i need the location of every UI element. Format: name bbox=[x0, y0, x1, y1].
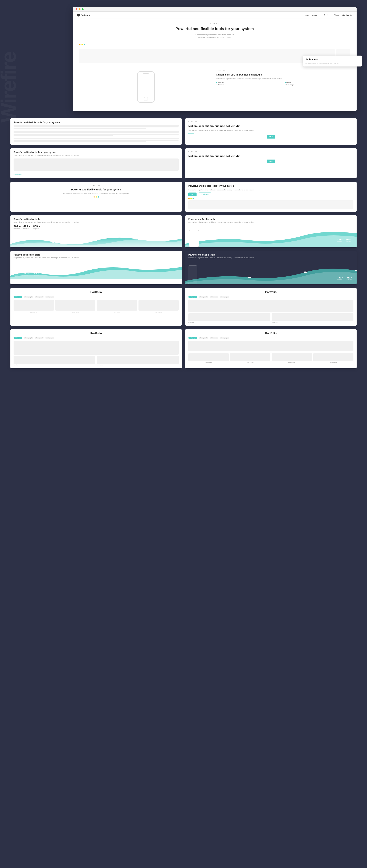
ptab-r2[interactable]: Category 2 bbox=[199, 296, 208, 298]
nav-links[interactable]: Home About Us Services Work Contact Us bbox=[304, 14, 352, 16]
ptab-4[interactable]: Category 4 bbox=[45, 296, 54, 298]
ps-item-3: Item Name bbox=[272, 353, 312, 363]
portfolio-item-1: Item Name bbox=[13, 300, 54, 313]
hero-tagline: TAGLINE bbox=[79, 23, 350, 25]
portfolio-title: Portfolio bbox=[13, 290, 179, 294]
ptab-a2[interactable]: Category 2 bbox=[24, 337, 33, 339]
hero-subtitle: Suspendisse in justo mauris. Morbi vitae… bbox=[190, 33, 239, 39]
card-stats-dark: Powerful and flexible tools Suspendisse … bbox=[185, 251, 357, 284]
portfolio-alt-img-1 bbox=[13, 356, 95, 364]
nullam-subtitle: Suspendisse in justo mauris. Morbi vitae… bbox=[188, 129, 354, 132]
feature-bullet-1 bbox=[216, 82, 217, 83]
ptab-s1[interactable]: Category 1 bbox=[188, 337, 197, 339]
ps-lbl-2: Item Name bbox=[230, 362, 271, 363]
ptab-1[interactable]: Category 1 bbox=[13, 296, 22, 298]
main-nav: fireframe Home About Us Services Work Co… bbox=[73, 12, 357, 19]
tools-centered-title: Powerful and flexible tools for your sys… bbox=[13, 188, 179, 191]
svg-point-0 bbox=[52, 242, 55, 243]
portfolio-stats-tabs: Category 1 Category 2 Category 3 Categor… bbox=[188, 337, 354, 339]
card-tools-right: Powerful and flexible tools for your sys… bbox=[185, 182, 357, 212]
ptab-a4[interactable]: Category 4 bbox=[45, 337, 54, 339]
portfolio-bottom-row: Item Name Item Name bbox=[188, 313, 354, 323]
tools-read-more[interactable]: KNOW MORE bbox=[13, 174, 23, 175]
portfolio-r-label-2: Item Name bbox=[272, 322, 354, 323]
stats-phone-title: Powerful and flexible tools bbox=[188, 218, 354, 220]
nullam-tagline: TAGLINE bbox=[188, 121, 354, 123]
nav-work[interactable]: Work bbox=[334, 14, 339, 16]
ps-item-2: Item Name bbox=[230, 353, 271, 363]
feature-bullet-3 bbox=[216, 85, 217, 85]
stats-phone-chart: 483 + Followers 869 + Supporters bbox=[185, 226, 357, 247]
hero-image-placeholder bbox=[79, 49, 335, 63]
hero-title: Powerful and flexible tools for your sys… bbox=[79, 26, 350, 31]
overlay-483: 483 + Followers bbox=[337, 239, 342, 242]
portfolio-alt-lbl-1: Item Name bbox=[13, 364, 95, 366]
portfolio-alt-item-2: Item Name bbox=[97, 356, 179, 366]
feature-section: TAGLINE Nullam sem elit, finibus nec sol… bbox=[215, 68, 352, 106]
card-nullam-right: TAGLINE Nullam sem elit, finibus nec sol… bbox=[185, 118, 357, 145]
stat-483-num: 483 + bbox=[23, 225, 30, 228]
portfolio-right-tabs: Category 1 Category 2 Category 3 Categor… bbox=[188, 296, 354, 298]
nav-services[interactable]: Services bbox=[323, 14, 331, 16]
portfolio-alt-item-1: Item Name bbox=[13, 356, 95, 366]
ptab-2[interactable]: Category 2 bbox=[24, 296, 33, 298]
nullam-cta-btn[interactable]: Start bbox=[267, 135, 275, 138]
tools-start-btn[interactable]: Start bbox=[188, 192, 197, 196]
stats2-chart: 701 + Subscribers 483 + Followers 869 + … bbox=[10, 262, 182, 279]
ptab-a3[interactable]: Category 3 bbox=[35, 337, 44, 339]
ptab-s2[interactable]: Category 2 bbox=[199, 337, 208, 339]
ptab-s4[interactable]: Category 4 bbox=[220, 337, 229, 339]
portfolio-label-1: Item Name bbox=[13, 311, 54, 313]
svg-point-2 bbox=[138, 239, 140, 240]
tools-readmore-btn[interactable]: Read More bbox=[199, 192, 211, 196]
nav-home[interactable]: Home bbox=[304, 14, 309, 16]
feature-bullet-4 bbox=[285, 85, 286, 85]
text-line-4 bbox=[13, 131, 179, 132]
stat-869-num: 869 + bbox=[33, 225, 40, 228]
aside-text: id vitae lectus est elit vitae lectus es… bbox=[306, 62, 359, 64]
stat-701-num: 701 + bbox=[13, 225, 21, 228]
text-lines bbox=[13, 125, 179, 142]
ptab-a1[interactable]: Category 1 bbox=[13, 337, 22, 339]
stats2-overlay: 701 + Subscribers 483 + Followers 869 + … bbox=[14, 272, 39, 276]
chart-svg-phone bbox=[185, 226, 357, 247]
dot-c bbox=[98, 196, 99, 197]
nullam2-cta-btn[interactable]: Start bbox=[267, 159, 275, 163]
card-tools-centered: TAGLINE Powerful and flexible tools for … bbox=[10, 182, 182, 212]
portfolio-r-item-2: Item Name bbox=[272, 313, 354, 323]
dark-phone bbox=[188, 265, 197, 284]
nav-about[interactable]: About Us bbox=[312, 14, 320, 16]
svg-point-3 bbox=[248, 277, 251, 278]
aside-title: finibus nec bbox=[306, 58, 359, 61]
text-line-8 bbox=[13, 138, 179, 139]
portfolio-r-item-1: Item Name bbox=[188, 313, 270, 323]
dark-869: 869 + Supporters bbox=[346, 276, 352, 280]
portfolio-label-4: Item Name bbox=[139, 311, 179, 313]
stats-dark-title: Powerful and flexible tools bbox=[188, 254, 354, 256]
portfolio-alt-row: Item Name Item Name bbox=[13, 356, 179, 366]
ptab-r1[interactable]: Category 1 bbox=[188, 296, 197, 298]
svg-point-4 bbox=[303, 272, 307, 273]
feature-list: Aliquam Integer Pharelius Scelerisq bbox=[216, 82, 350, 86]
stats2-svg bbox=[10, 262, 182, 279]
tools-right-image bbox=[188, 200, 354, 209]
ps-item-1: Item Name bbox=[188, 353, 229, 363]
card-stats-phone: Powerful and flexible tools Suspendisse … bbox=[185, 215, 357, 247]
portfolio-tabs: Category 1 Category 2 Category 3 Categor… bbox=[13, 296, 179, 298]
ptab-3[interactable]: Category 3 bbox=[35, 296, 44, 298]
tools-dots-2 bbox=[188, 198, 354, 199]
dot-d bbox=[188, 198, 190, 199]
nullam2-title: Nullam sem elit, finibus nec sollicitudi… bbox=[188, 155, 354, 158]
portfolio-alt-featured bbox=[13, 341, 179, 355]
nav-contact[interactable]: Contact Us bbox=[342, 14, 352, 16]
stats-title: Powerful and flexible tools bbox=[13, 218, 179, 220]
text-line-9 bbox=[13, 140, 179, 141]
portfolio-item-4: Item Name bbox=[139, 300, 179, 313]
ptab-r4[interactable]: Category 4 bbox=[220, 296, 229, 298]
wave-svg-light bbox=[10, 234, 182, 247]
ptab-s3[interactable]: Category 3 bbox=[209, 337, 219, 339]
portfolio-stats-title: Portfolio bbox=[188, 332, 354, 335]
ps-item-4: Item Name bbox=[313, 353, 354, 363]
portfolio-right-title: Portfolio bbox=[188, 290, 354, 294]
ptab-r3[interactable]: Category 3 bbox=[209, 296, 219, 298]
